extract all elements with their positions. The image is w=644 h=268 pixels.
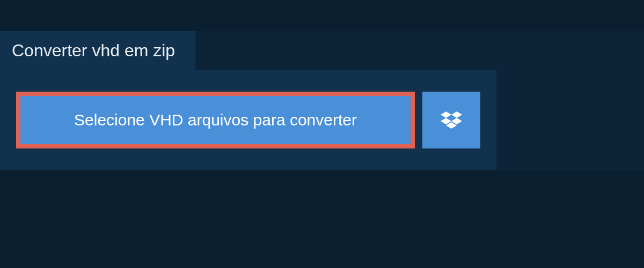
- content-panel: Selecione VHD arquivos para converter: [0, 70, 496, 170]
- dropbox-icon: [441, 109, 462, 131]
- tab-container: Converter vhd em zip: [0, 31, 644, 70]
- select-files-button[interactable]: Selecione VHD arquivos para converter: [16, 92, 415, 148]
- top-spacer: [0, 0, 644, 31]
- button-row: Selecione VHD arquivos para converter: [16, 92, 480, 148]
- tab-converter[interactable]: Converter vhd em zip: [0, 31, 195, 70]
- tab-label: Converter vhd em zip: [12, 41, 175, 60]
- bottom-area: [0, 170, 644, 268]
- dropbox-button[interactable]: [422, 92, 480, 148]
- select-files-label: Selecione VHD arquivos para converter: [74, 111, 357, 129]
